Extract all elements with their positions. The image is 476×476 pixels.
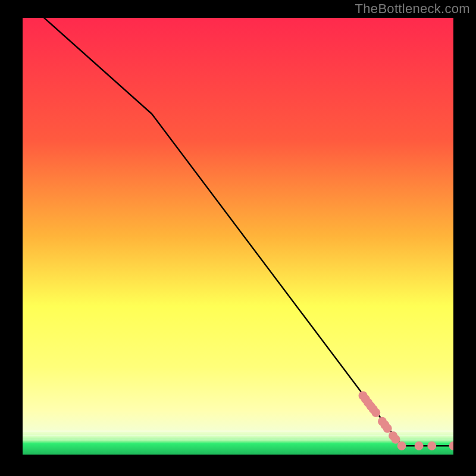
svg-point-14 [392,435,400,444]
svg-point-17 [427,441,436,450]
chart-plot [23,18,453,455]
watermark-text: TheBottleneck.com [355,1,470,17]
chart-frame: TheBottleneck.com [0,0,476,476]
svg-point-15 [397,441,406,450]
svg-rect-0 [23,18,453,455]
chart-svg [23,18,453,455]
svg-point-12 [383,424,392,433]
svg-point-16 [415,441,424,450]
svg-point-9 [371,408,380,417]
svg-rect-3 [23,439,453,440]
